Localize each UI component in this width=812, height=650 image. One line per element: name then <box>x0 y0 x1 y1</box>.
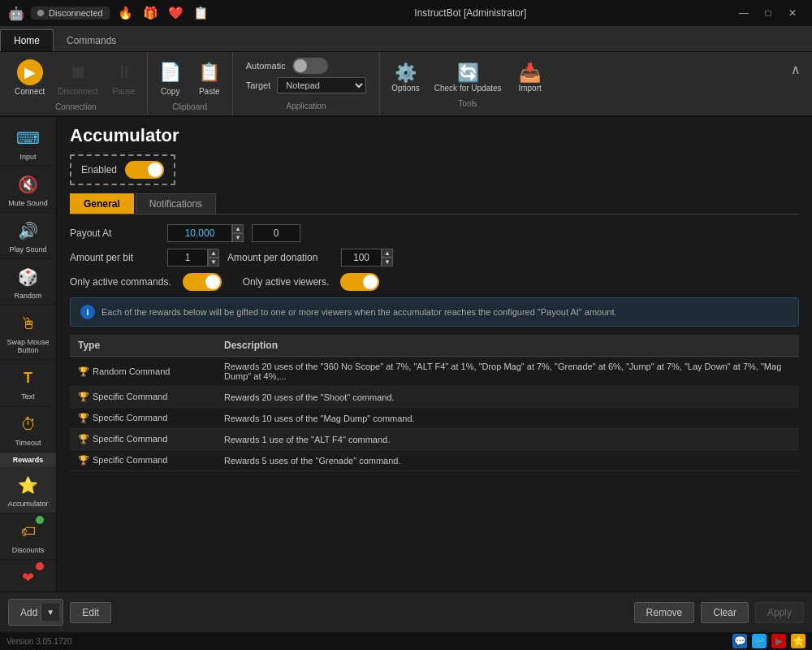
only-active-commands-knob <box>205 275 220 289</box>
accumulator-icon: ⭐ <box>15 472 41 498</box>
amount-donation-down[interactable]: ▼ <box>382 258 393 266</box>
toolbar-clipboard-buttons: 📄 Copy 📋 Paste <box>153 56 227 99</box>
amount-bit-up[interactable]: ▲ <box>208 249 219 258</box>
app-icon: 🤖 <box>8 6 24 21</box>
pause-icon: ⏸ <box>111 59 137 85</box>
application-group-label: Application <box>287 102 326 110</box>
sidebar-item-mute[interactable]: 🔇 Mute Sound <box>0 167 56 213</box>
only-active-viewers-toggle[interactable] <box>340 273 379 291</box>
tools-group-label: Tools <box>458 99 477 108</box>
paste-button[interactable]: 📋 Paste <box>192 56 227 99</box>
active-options-row: Only active commands. Only active viewer… <box>70 273 799 291</box>
check-updates-button[interactable]: 🔄 Check for Updates <box>428 59 508 96</box>
page-title: Accumulator <box>70 125 799 146</box>
amount-per-donation-input[interactable] <box>341 249 382 266</box>
disconnect-icon: ⏹ <box>65 59 91 85</box>
cell-description: Rewards 20 uses of the "Shoot" command. <box>216 387 799 408</box>
collapse-arrow[interactable]: ∧ <box>784 58 807 80</box>
add-button[interactable]: Add ▼ <box>8 599 63 626</box>
enabled-toggle[interactable] <box>125 161 164 179</box>
edit-button[interactable]: Edit <box>70 602 111 623</box>
status-icon-star[interactable]: ⭐ <box>791 634 806 648</box>
col-description: Description <box>216 335 799 357</box>
cell-type: 🏆Specific Command <box>70 408 216 429</box>
add-dropdown-arrow[interactable]: ▼ <box>41 604 59 621</box>
mute-icon: 🔇 <box>15 171 41 197</box>
payout-up[interactable]: ▲ <box>232 224 244 233</box>
sidebar-item-timeout[interactable]: ⏱ Timeout <box>0 406 56 453</box>
icon-fire: 🔥 <box>118 6 133 20</box>
toolbar: ▶ Connect ⏹ Disconnect ⏸ Pause Connectio… <box>0 52 812 117</box>
content-area: Accumulator Enabled General Notification… <box>57 117 812 592</box>
table-row[interactable]: 🏆Specific Command Rewards 1 use of the "… <box>70 429 799 450</box>
tools-buttons: ⚙️ Options 🔄 Check for Updates 📥 Import <box>385 59 550 96</box>
enabled-knob <box>148 162 162 177</box>
discounts-icon: 🏷 <box>15 518 41 544</box>
import-label: Import <box>518 84 541 93</box>
maximize-button[interactable]: □ <box>757 2 780 24</box>
amount-bit-down[interactable]: ▼ <box>208 258 219 266</box>
close-button[interactable]: ✕ <box>781 2 804 24</box>
import-icon: 📥 <box>519 63 541 84</box>
app-controls: Automatic Target Notepad <box>238 58 375 93</box>
rewards-header: Rewards <box>0 453 56 467</box>
only-active-viewers-label: Only active viewers. <box>243 276 330 288</box>
toolbar-clipboard-group: 📄 Copy 📋 Paste Clipboard <box>148 52 233 115</box>
sidebar-item-swapmouse[interactable]: 🖱 Swap Mouse Button <box>0 306 56 360</box>
payout-value-input[interactable] <box>167 224 232 242</box>
icon-clipboard-top: 📋 <box>193 6 209 20</box>
remove-button[interactable]: Remove <box>634 602 695 623</box>
payout-zero-input[interactable] <box>252 224 300 242</box>
options-label: Options <box>391 84 419 93</box>
status-icon-discord[interactable]: 💬 <box>732 634 747 648</box>
row-icon: 🏆 <box>78 366 89 376</box>
playsound-label: Play Sound <box>9 245 46 254</box>
automatic-label: Automatic <box>246 61 286 71</box>
sidebar-item-playsound[interactable]: 🔊 Play Sound <box>0 213 56 259</box>
clear-button[interactable]: Clear <box>701 602 749 623</box>
table-row[interactable]: 🏆Random Command Rewards 20 uses of the "… <box>70 357 799 387</box>
tab-home[interactable]: Home <box>0 29 54 51</box>
pause-button[interactable]: ⏸ Pause <box>106 56 142 99</box>
copy-button[interactable]: 📄 Copy <box>153 56 188 99</box>
cell-description: Rewards 20 uses of the "360 No Scope" at… <box>216 357 799 387</box>
sidebar-item-input[interactable]: ⌨ Input <box>0 120 56 167</box>
status-icons: 💬 🐦 ▶ ⭐ <box>732 634 806 648</box>
discounts-badge <box>36 516 44 524</box>
amount-donation-up[interactable]: ▲ <box>382 249 393 258</box>
amount-bit-spinner: ▲ ▼ <box>167 249 219 266</box>
minimize-button[interactable]: — <box>732 2 755 24</box>
tab-general[interactable]: General <box>70 193 134 214</box>
status-icon-youtube[interactable]: ▶ <box>771 634 786 648</box>
amount-per-bit-input[interactable] <box>167 249 208 266</box>
only-active-commands-toggle[interactable] <box>183 273 222 291</box>
random-icon: 🎲 <box>15 264 41 290</box>
options-icon: ⚙️ <box>395 63 417 84</box>
connection-label: Disconnected <box>49 8 103 18</box>
table-row[interactable]: 🏆Specific Command Rewards 10 uses of the… <box>70 408 799 429</box>
tab-notifications[interactable]: Notifications <box>136 193 216 214</box>
payout-spinner-btns: ▲ ▼ <box>232 224 244 242</box>
sidebar-item-follower[interactable]: ❤ Follower <box>0 560 56 592</box>
apply-button[interactable]: Apply <box>755 602 804 623</box>
target-select[interactable]: Notepad <box>277 77 366 93</box>
sidebar-item-discounts[interactable]: 🏷 Discounts <box>0 514 56 560</box>
payout-down[interactable]: ▼ <box>232 233 244 242</box>
table-row[interactable]: 🏆Specific Command Rewards 20 uses of the… <box>70 387 799 408</box>
status-icon-twitter[interactable]: 🐦 <box>752 634 767 648</box>
tab-commands[interactable]: Commands <box>54 30 129 51</box>
menu-tabs: Home Commands <box>0 26 812 52</box>
toolbar-tools-group: ⚙️ Options 🔄 Check for Updates 📥 Import … <box>380 52 555 115</box>
automatic-toggle[interactable] <box>292 58 328 74</box>
sidebar-item-accumulator[interactable]: ⭐ Accumulator <box>0 467 56 514</box>
disconnect-button[interactable]: ⏹ Disconnect <box>53 56 102 99</box>
table-row[interactable]: 🏆Specific Command Rewards 5 uses of the … <box>70 450 799 471</box>
sidebar-item-random[interactable]: 🎲 Random <box>0 259 56 306</box>
info-box: i Each of the rewards below will be gift… <box>70 297 799 327</box>
sidebar-item-text[interactable]: T Text <box>0 360 56 406</box>
connect-button[interactable]: ▶ Connect <box>10 56 50 99</box>
import-button[interactable]: 📥 Import <box>510 59 551 96</box>
payout-at-label: Payout At <box>70 228 159 239</box>
info-text: Each of the rewards below will be gifted… <box>102 307 617 317</box>
options-button[interactable]: ⚙️ Options <box>385 59 425 96</box>
